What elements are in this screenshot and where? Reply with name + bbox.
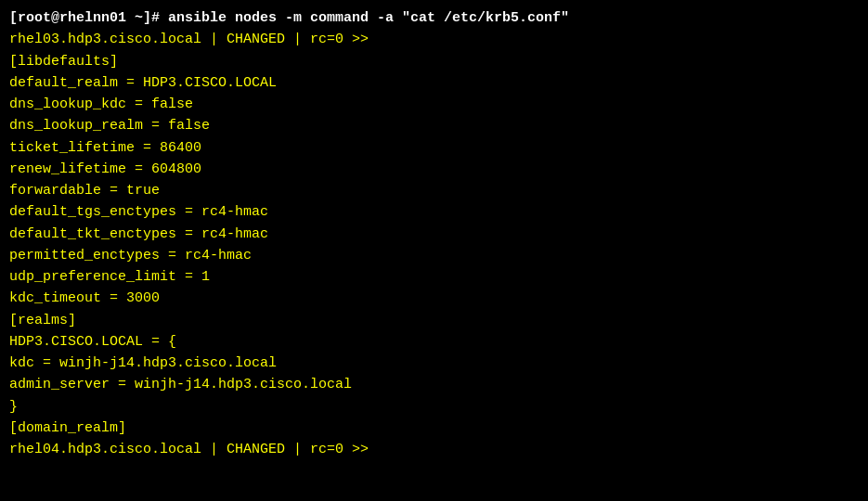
dns-lookup-realm-line: dns_lookup_realm = false xyxy=(9,115,859,136)
udp-preference-limit-line: udp_preference_limit = 1 xyxy=(9,266,859,288)
default-tkt-enctypes-line: default_tkt_enctypes = rc4-hmac xyxy=(9,224,859,245)
hdp3-realm-open-line: HDP3.CISCO.LOCAL = { xyxy=(9,331,859,353)
prompt: [root@rhelnn01 ~]# xyxy=(9,10,168,26)
dns-lookup-kdc-line: dns_lookup_kdc = false xyxy=(9,94,859,115)
permitted-enctypes-line: permitted_enctypes = rc4-hmac xyxy=(9,245,859,266)
realms-section: [realms] xyxy=(9,310,859,331)
command-line: [root@rhelnn01 ~]# ansible nodes -m comm… xyxy=(9,7,859,29)
host1-name: rhel03.hdp3.cisco.local | CHANGED | rc=0… xyxy=(9,32,369,47)
default-tgs-enctypes-line: default_tgs_enctypes = rc4-hmac xyxy=(9,201,859,223)
host2-status-line: rhel04.hdp3.cisco.local | CHANGED | rc=0… xyxy=(9,439,859,460)
renew-lifetime-line: renew_lifetime = 604800 xyxy=(9,159,859,180)
close-brace-line: } xyxy=(9,396,859,418)
terminal-window: [root@rhelnn01 ~]# ansible nodes -m comm… xyxy=(0,0,868,501)
domain-realm-section: [domain_realm] xyxy=(9,418,859,439)
libdefaults-section: [libdefaults] xyxy=(9,51,859,72)
forwardable-line: forwardable = true xyxy=(9,180,859,201)
default-realm-line: default_realm = HDP3.CISCO.LOCAL xyxy=(9,72,859,94)
command-text: ansible nodes -m command -a "cat /etc/kr… xyxy=(168,10,569,26)
kdc-line: kdc = winjh-j14.hdp3.cisco.local xyxy=(9,353,859,374)
host2-name: rhel04.hdp3.cisco.local | CHANGED | rc=0… xyxy=(9,442,369,457)
kdc-timeout-line: kdc_timeout = 3000 xyxy=(9,288,859,309)
ticket-lifetime-line: ticket_lifetime = 86400 xyxy=(9,137,859,159)
admin-server-line: admin_server = winjh-j14.hdp3.cisco.loca… xyxy=(9,374,859,395)
host1-status-line: rhel03.hdp3.cisco.local | CHANGED | rc=0… xyxy=(9,29,859,50)
